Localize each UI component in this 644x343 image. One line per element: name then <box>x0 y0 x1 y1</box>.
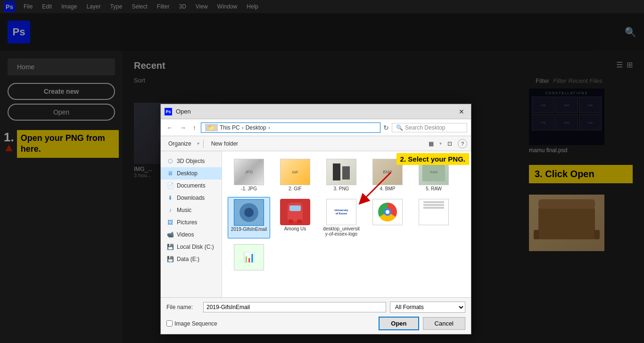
filename-label: File name: <box>166 304 199 310</box>
file-xls[interactable]: 📊 <box>228 242 270 272</box>
file-jpg-name: -1. JPG <box>241 186 257 191</box>
file-gif[interactable]: GIF 2. GIF <box>274 157 316 193</box>
view-chevron: ▾ <box>439 141 442 146</box>
dialog-cancel-button[interactable]: Cancel <box>423 317 465 330</box>
desktop-icon: 🖥 <box>166 170 174 177</box>
nav-music[interactable]: ♪ Music <box>161 204 222 216</box>
dialog-ps-icon: Ps <box>165 108 172 115</box>
path-sep1: › <box>242 124 244 131</box>
nav-3d-objects[interactable]: ⬡ 3D Objects <box>161 155 222 167</box>
nav-videos-label: Videos <box>177 231 194 238</box>
open-dialog: Ps Open ✕ ← → ↑ 📁 This PC › Desktop › ↻ … <box>160 104 471 335</box>
gifs-email-icon <box>234 199 264 226</box>
new-folder-button[interactable]: New folder <box>207 139 242 148</box>
image-sequence-checkbox[interactable] <box>166 320 173 327</box>
dialog-addressbar: ← → ↑ 📁 This PC › Desktop › ↻ 🔍 Search D… <box>161 119 471 136</box>
file-essex-name: desktop_university-of-essex-logo <box>322 226 361 237</box>
data-e-icon: 💾 <box>166 255 174 263</box>
nav-data-e[interactable]: 💾 Data (E:) <box>161 253 222 265</box>
search-icon: 🔍 <box>396 124 403 131</box>
jpg-icon: JPG <box>234 159 264 185</box>
instruction2-arrow <box>358 170 396 208</box>
nav-downloads[interactable]: ⬇ Downloads <box>161 192 222 204</box>
dialog-files: 2. Select your PNG. JPG -1. JPG <box>222 151 471 297</box>
dialog-bottom: File name: All Formats Image Sequence Op… <box>161 297 471 334</box>
doc-icon <box>419 199 449 225</box>
path-desktop: Desktop <box>246 124 266 131</box>
dialog-toolbar: Organize ▾ New folder ▦ ▾ ⊡ ? <box>161 136 471 151</box>
dialog-open-button[interactable]: Open <box>379 317 419 330</box>
xls-icon: 📊 <box>234 244 264 270</box>
open-dialog-overlay: Ps Open ✕ ← → ↑ 📁 This PC › Desktop › ↻ … <box>0 0 644 343</box>
nav-documents-label: Documents <box>177 182 206 189</box>
png-icon <box>326 159 356 185</box>
toolbar-separator1 <box>203 139 204 148</box>
dialog-close-button[interactable]: ✕ <box>456 106 467 117</box>
back-button[interactable]: ← <box>165 123 175 132</box>
nav-music-label: Music <box>177 207 191 213</box>
nav-local-disk[interactable]: 💾 Local Disk (C:) <box>161 241 222 253</box>
videos-icon: 📹 <box>166 231 174 238</box>
nav-pictures[interactable]: 🖼 Pictures <box>161 216 222 229</box>
documents-icon: 📄 <box>166 182 174 189</box>
file-jpg[interactable]: JPG -1. JPG <box>228 157 270 193</box>
gif-icon: GIF <box>280 159 310 185</box>
dialog-nav: ⬡ 3D Objects 🖥 Desktop 📄 Documents ⬇ Dow… <box>161 151 222 297</box>
folder-icon: 📁 <box>208 124 215 131</box>
music-icon: ♪ <box>166 206 174 214</box>
dialog-body: ⬡ 3D Objects 🖥 Desktop 📄 Documents ⬇ Dow… <box>161 151 471 297</box>
nav-videos[interactable]: 📹 Videos <box>161 229 222 241</box>
nav-pictures-label: Pictures <box>177 219 197 226</box>
organize-button[interactable]: Organize <box>165 139 195 148</box>
search-box[interactable]: 🔍 Search Desktop <box>392 123 467 132</box>
file-doc[interactable] <box>413 197 455 238</box>
help-button[interactable]: ? <box>458 139 467 148</box>
dialog-titlebar: Ps Open ✕ <box>161 104 471 119</box>
image-sequence-check[interactable]: Image Sequence <box>166 320 217 327</box>
file-png-name: 3. PNG <box>334 186 349 191</box>
file-gif-name: 2. GIF <box>289 186 302 191</box>
nav-data-e-label: Data (E:) <box>177 256 199 262</box>
forward-button[interactable]: → <box>178 123 188 132</box>
filename-row: File name: All Formats <box>166 302 465 313</box>
search-placeholder: Search Desktop <box>405 124 445 131</box>
instruction2-text: 2. Select your PNG. <box>396 153 469 165</box>
nav-3d-label: 3D Objects <box>177 158 205 164</box>
file-among-us-name: Among Us <box>284 226 306 231</box>
file-among-us[interactable]: Among Us <box>274 197 316 238</box>
address-path-icon: 📁 <box>205 124 218 131</box>
file-raw-name: 5. RAW <box>426 186 442 191</box>
view-mode-button2[interactable]: ⊡ <box>444 139 456 148</box>
pictures-icon: 🖼 <box>166 219 174 226</box>
view-mode-button1[interactable]: ▦ <box>425 139 438 148</box>
nav-documents[interactable]: 📄 Documents <box>161 180 222 192</box>
nav-desktop[interactable]: 🖥 Desktop <box>161 167 222 180</box>
downloads-icon: ⬇ <box>166 194 174 202</box>
path-this-pc: This PC <box>220 124 240 131</box>
among-us-icon <box>280 199 310 225</box>
filetype-select[interactable]: All Formats <box>390 302 465 313</box>
filename-input[interactable] <box>203 302 386 312</box>
file-gifs-email-name: 2019-GifsInEmail <box>231 227 267 232</box>
nav-desktop-label: Desktop <box>177 170 198 177</box>
file-png[interactable]: 3. PNG <box>320 157 363 193</box>
3d-icon: ⬡ <box>166 157 174 165</box>
file-essex[interactable]: Universityof Essex desktop_university-of… <box>320 197 363 238</box>
image-sequence-label: Image Sequence <box>174 320 217 327</box>
path-sep2: › <box>268 124 270 131</box>
local-disk-icon: 💾 <box>166 243 174 251</box>
files-grid: JPG -1. JPG GIF 2. GIF <box>226 155 467 274</box>
dialog-title: Open <box>176 108 456 115</box>
up-button[interactable]: ↑ <box>191 123 198 132</box>
btn-row: Image Sequence Open Cancel <box>166 317 465 330</box>
refresh-button[interactable]: ↻ <box>383 124 389 131</box>
nav-local-disk-label: Local Disk (C:) <box>177 244 214 250</box>
essex-icon: Universityof Essex <box>326 199 356 225</box>
address-path[interactable]: 📁 This PC › Desktop › <box>201 122 380 133</box>
toolbar-right: ▦ ▾ ⊡ ? <box>425 139 467 148</box>
file-gifs-email[interactable]: 2019-GifsInEmail <box>228 197 270 238</box>
organize-chevron: ▾ <box>197 141 199 146</box>
svg-line-0 <box>363 172 391 201</box>
nav-downloads-label: Downloads <box>177 195 205 201</box>
